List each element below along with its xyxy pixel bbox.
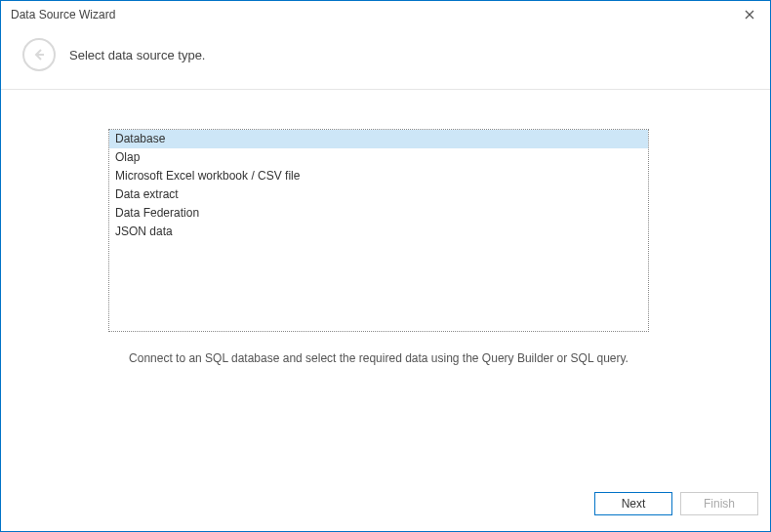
window-title: Data Source Wizard	[11, 8, 115, 21]
list-item[interactable]: JSON data	[109, 223, 648, 241]
wizard-window: Data Source Wizard Select data source ty…	[0, 0, 771, 532]
data-source-type-list[interactable]: DatabaseOlapMicrosoft Excel workbook / C…	[108, 129, 649, 332]
list-item[interactable]: Olap	[109, 148, 648, 167]
footer: Next Finish	[1, 484, 770, 531]
close-button[interactable]	[735, 5, 764, 24]
back-button[interactable]	[22, 38, 56, 71]
titlebar: Data Source Wizard	[1, 1, 770, 28]
list-item[interactable]: Microsoft Excel workbook / CSV file	[109, 167, 648, 185]
list-item[interactable]: Data extract	[109, 185, 648, 204]
list-item[interactable]: Database	[109, 130, 648, 148]
arrow-left-icon	[32, 48, 46, 61]
close-icon	[745, 10, 754, 20]
list-item[interactable]: Data Federation	[109, 204, 648, 223]
finish-button: Finish	[680, 492, 758, 515]
selection-description: Connect to an SQL database and select th…	[108, 351, 649, 365]
next-button[interactable]: Next	[594, 492, 672, 515]
wizard-header: Select data source type.	[1, 28, 770, 90]
content-area: DatabaseOlapMicrosoft Excel workbook / C…	[1, 90, 770, 484]
header-instruction: Select data source type.	[69, 48, 205, 62]
